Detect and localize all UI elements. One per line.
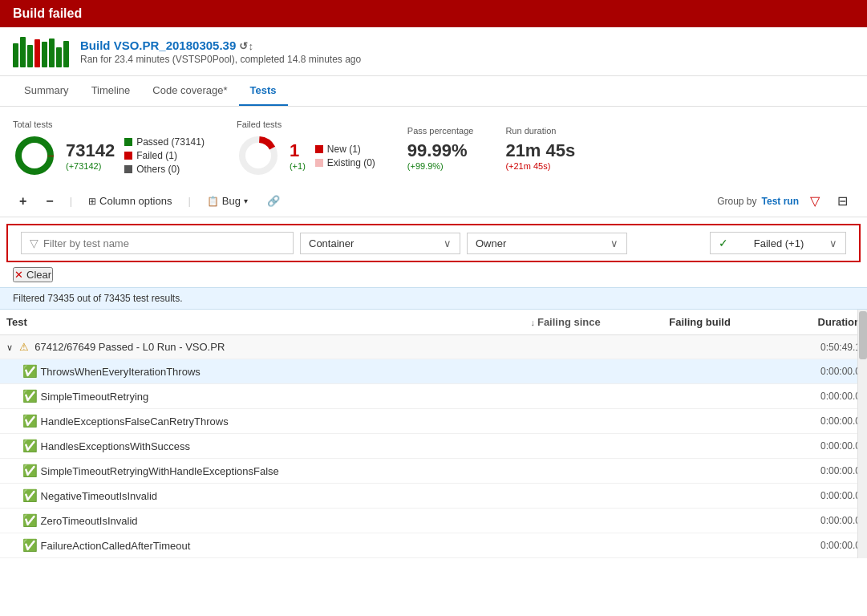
- total-tests-donut: [13, 134, 56, 177]
- row-duration: 0:00:00.0: [737, 409, 867, 434]
- toolbar-right: Group by Test run ▽ ⊟: [717, 190, 854, 212]
- row-duration: 0:00:00.0: [737, 459, 867, 484]
- run-duration-sub: (+21m 45s): [505, 161, 575, 171]
- build-bar: [34, 39, 40, 67]
- row-name: ✅ FailureActionCalledAfterTimeout: [0, 533, 477, 558]
- status-checkmark: ✓: [719, 237, 728, 249]
- passed-dot: [124, 138, 132, 146]
- table-row[interactable]: ✅ HandlesExceptionsWithSuccess 0:00:00.0: [0, 434, 867, 459]
- warn-icon: ⚠: [19, 341, 29, 353]
- existing-dot: [315, 159, 323, 167]
- table-row[interactable]: ✅ ThrowsWhenEveryIterationThrows 0:00:00…: [0, 359, 867, 384]
- stats-container: Total tests 73142 (+73142) Passed (73141…: [0, 107, 867, 185]
- build-bar: [27, 45, 33, 67]
- row-duration: 0:00:00.0: [737, 509, 867, 533]
- pass-icon: ✅: [22, 439, 38, 452]
- owner-label: Owner: [476, 237, 506, 249]
- row-name: ✅ ZeroTimeoutIsInvalid: [0, 509, 477, 533]
- tab-tests[interactable]: Tests: [239, 76, 288, 106]
- build-info-bar: Build VSO.PR_20180305.39 ↺↕ Ran for 23.4…: [0, 27, 867, 76]
- failed-tests-count: 1: [290, 140, 306, 161]
- test-table: Test ↓ Failing since Failing build Durat…: [0, 310, 867, 558]
- total-tests-legend: Passed (73141) Failed (1) Others (0): [124, 136, 205, 175]
- tab-code-coverage*[interactable]: Code coverage*: [141, 76, 238, 106]
- scrollbar[interactable]: [857, 310, 867, 558]
- col-duration[interactable]: Duration: [737, 310, 867, 335]
- table-row[interactable]: ✅ FailureActionCalledAfterTimeout 0:00:0…: [0, 533, 867, 558]
- build-subtitle: Ran for 23.4 minutes (VSTSP0Pool), compl…: [80, 54, 361, 65]
- owner-chevron: ∨: [610, 237, 618, 249]
- table-row[interactable]: ✅ HandleExceptionsFalseCanRetryThrows 0:…: [0, 409, 867, 434]
- column-options-button[interactable]: ⊞ Column options: [82, 192, 178, 210]
- row-name: ✅ ThrowsWhenEveryIterationThrows: [0, 359, 477, 384]
- table-group-row[interactable]: ∨ ⚠ 67412/67649 Passed - L0 Run - VSO.PR…: [0, 335, 867, 359]
- row-duration: 0:00:00.0: [737, 434, 867, 459]
- table-container: Test ↓ Failing since Failing build Durat…: [0, 310, 867, 558]
- filter-bar: ▽ Container ∨ Owner ∨ ✓ Failed (+1) ∨: [6, 224, 861, 262]
- row-name: ✅ SimpleTimeoutRetrying: [0, 384, 477, 409]
- link-icon: 🔗: [267, 195, 280, 207]
- container-label: Container: [309, 237, 354, 249]
- table-row[interactable]: ✅ SimpleTimeoutRetrying 0:00:00.0: [0, 384, 867, 409]
- table-row[interactable]: ✅ SimpleTimeoutRetryingWithHandleExcepti…: [0, 459, 867, 484]
- container-dropdown[interactable]: Container ∨: [300, 233, 460, 254]
- filter-funnel-icon: ▽: [30, 237, 38, 249]
- minus-button[interactable]: −: [39, 191, 59, 212]
- clear-row: ✕ Clear: [0, 262, 867, 287]
- build-bar: [56, 47, 62, 67]
- pass-pct-label: Pass percentage: [407, 126, 474, 136]
- toolbar: + − | ⊞ Column options | 📋 Bug ▾ 🔗 Group…: [0, 185, 867, 217]
- nav-tabs: SummaryTimelineCode coverage*Tests: [0, 76, 867, 107]
- col-failing-build[interactable]: Failing build: [607, 310, 737, 335]
- table-row[interactable]: ✅ NegativeTimeoutIsInvalid 0:00:00.0: [0, 484, 867, 509]
- row-failing-since: [477, 359, 607, 384]
- failed-dot: [124, 152, 132, 160]
- row-failing-build: [607, 509, 737, 533]
- bug-dropdown-icon: ▾: [244, 197, 248, 205]
- build-failed-banner: Build failed: [0, 0, 867, 27]
- filter-icon-button[interactable]: ▽: [804, 190, 826, 212]
- link-button[interactable]: 🔗: [261, 192, 286, 210]
- tab-summary[interactable]: Summary: [13, 76, 80, 106]
- group-chevron-icon: ∨: [6, 342, 13, 352]
- row-failing-build: [607, 484, 737, 509]
- run-duration-label: Run duration: [505, 126, 575, 136]
- row-failing-build: [607, 359, 737, 384]
- pass-icon: ✅: [22, 364, 38, 378]
- table-row[interactable]: ✅ ZeroTimeoutIsInvalid 0:00:00.0: [0, 509, 867, 533]
- scrollbar-thumb[interactable]: [859, 311, 867, 359]
- status-dropdown[interactable]: ✓ Failed (+1) ∨: [710, 232, 846, 254]
- build-history-bars: [13, 35, 69, 67]
- pass-pct-value: 99.99%: [407, 140, 474, 161]
- row-failing-build: [607, 434, 737, 459]
- row-name: ✅ HandleExceptionsFalseCanRetryThrows: [0, 409, 477, 434]
- pass-icon: ✅: [22, 538, 38, 552]
- clear-button[interactable]: ✕ Clear: [13, 267, 53, 282]
- filter-by-test-name-input[interactable]: [43, 237, 285, 249]
- failed-tests-legend: New (1) Existing (0): [315, 144, 375, 168]
- row-failing-since: [477, 533, 607, 558]
- row-name: ✅ SimpleTimeoutRetryingWithHandleExcepti…: [0, 459, 477, 484]
- group-row-duration: 0:50:49.1: [737, 335, 867, 359]
- layout-button[interactable]: ⊟: [831, 190, 854, 212]
- build-bar: [49, 38, 55, 67]
- tab-timeline[interactable]: Timeline: [80, 76, 142, 106]
- row-failing-build: [607, 533, 737, 558]
- columns-icon: ⊞: [88, 196, 96, 207]
- filter-input-wrapper[interactable]: ▽: [21, 232, 294, 254]
- build-bar: [63, 41, 69, 67]
- col-failing-since[interactable]: ↓ Failing since: [477, 310, 607, 335]
- pass-icon: ✅: [22, 414, 38, 428]
- owner-dropdown[interactable]: Owner ∨: [467, 233, 627, 254]
- row-failing-build: [607, 409, 737, 434]
- svg-point-0: [18, 140, 51, 172]
- add-button[interactable]: +: [13, 191, 33, 212]
- bug-button[interactable]: 📋 Bug ▾: [201, 192, 254, 210]
- build-bar: [42, 42, 47, 67]
- row-failing-since: [477, 459, 607, 484]
- pass-icon: ✅: [22, 513, 38, 527]
- sep1: |: [70, 195, 72, 207]
- row-failing-build: [607, 384, 737, 409]
- existing-label: Existing (0): [327, 157, 375, 168]
- build-title: Build VSO.PR_20180305.39 ↺↕: [80, 38, 361, 52]
